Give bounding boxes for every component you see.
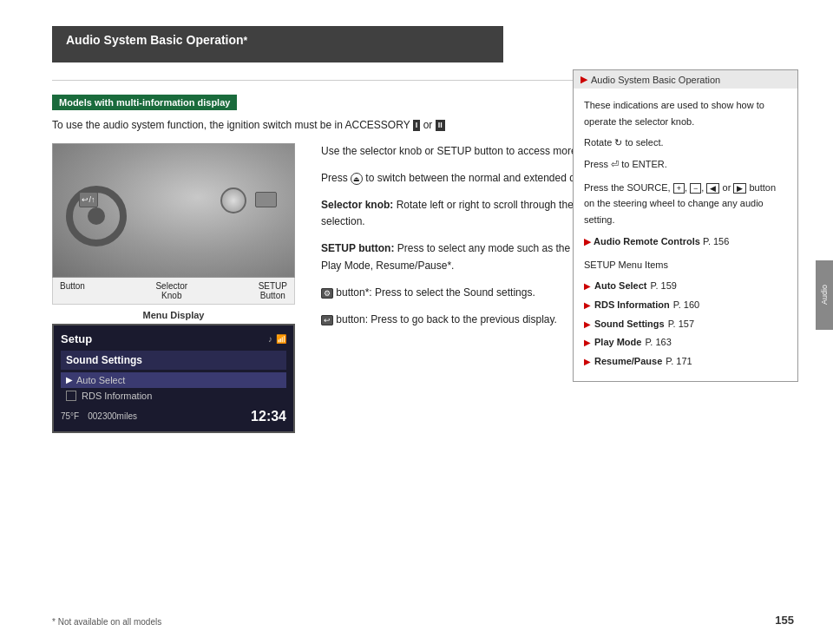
rotate-icon: ↻: [614, 137, 622, 148]
side-tab: Audio: [816, 260, 833, 330]
info-box-header: ▶ Audio System Basic Operation: [574, 70, 797, 89]
miles-display: 002300miles: [88, 411, 137, 421]
info-box-body: These indications are used to show how t…: [574, 89, 797, 381]
disc-icon: ▶: [580, 74, 587, 85]
menu-display-box: Setup ♪ 📶 Sound Settings ▶ Auto Select R…: [52, 324, 295, 433]
setup-item-4: ▶ Play Mode P. 163: [584, 334, 787, 351]
back-icon-inline: ↩: [321, 315, 333, 325]
resume-pause-page: P. 171: [666, 353, 692, 370]
info-box-title: Audio System Basic Operation: [591, 75, 720, 85]
setup-item-5: ▶ Resume/Pause P. 171: [584, 353, 787, 370]
audio-remote-page: P. 156: [703, 236, 729, 246]
menu-display-label: Menu Display: [52, 310, 295, 320]
press-icon-1: ⏏: [351, 173, 363, 185]
side-tab-text: Audio: [820, 285, 829, 305]
menu-icon-audio: ♪: [268, 334, 272, 344]
enter-icon: ⏎: [611, 159, 619, 169]
auto-select-text: Auto Select: [594, 278, 647, 294]
setup-menu-items: SETUP Menu Items ▶ Auto Select P. 159 ▶ …: [584, 257, 787, 370]
disc-4: ▶: [584, 298, 591, 312]
intro-text-part1: To use the audio system function, the ig…: [52, 119, 410, 131]
setup-item-2: ▶ RDS Information P. 160: [584, 297, 787, 313]
disc-6: ▶: [584, 335, 591, 350]
setup-item-3: ▶ Sound Settings P. 157: [584, 316, 787, 332]
intro-text-or: or: [423, 119, 433, 131]
menu-setup-title: Setup: [61, 332, 92, 345]
disc-icon-2: ▶: [584, 236, 591, 246]
page-container: Audio System Basic Operation* Models wit…: [0, 0, 833, 644]
play-mode-text: Play Mode: [594, 334, 641, 351]
play-icon: ▶: [66, 375, 73, 384]
selector-knob-visual: [220, 187, 246, 214]
image-labels: Button Selector Knob SETUP Button: [52, 278, 295, 305]
menu-icon-signal: 📶: [276, 334, 286, 344]
menu-footer: 75°F 002300miles 12:34: [61, 409, 286, 424]
button-label: Button: [60, 281, 85, 300]
menu-sound-settings: Sound Settings: [61, 351, 286, 370]
sound-settings-text: Sound Settings: [594, 316, 665, 332]
audio-remote-label: Audio Remote Controls: [594, 236, 700, 246]
menu-header: Setup ♪ 📶: [61, 332, 286, 345]
info-body-press: Press ⏎ to ENTER.: [584, 156, 787, 173]
setup-button-visual: [255, 192, 277, 207]
menu-rds-info: RDS Information: [61, 388, 286, 404]
temperature-display: 75°F: [61, 411, 79, 421]
rds-text: RDS Information: [594, 297, 670, 313]
icon-on: II: [436, 120, 445, 132]
disc-7: ▶: [584, 354, 591, 369]
setup-menu-label: SETUP Menu Items: [584, 257, 787, 273]
title-bar: Audio System Basic Operation*: [52, 26, 503, 62]
setup-button-heading: SETUP button:: [321, 242, 394, 254]
info-audio-remote: ▶ Audio Remote Controls P. 156: [584, 233, 787, 250]
time-display: 12:34: [251, 409, 286, 424]
car-audio-image: ↩/↑: [52, 143, 295, 278]
left-col: ↩/↑ Button Selector Knob SETUP Button: [52, 143, 295, 433]
setup-icon-inline: ⚙: [321, 288, 333, 299]
back-button-visual: ↩/↑: [79, 192, 98, 207]
icon-accessory: I: [413, 120, 421, 132]
sound-settings-page: P. 157: [668, 316, 694, 332]
setup-item-1: ▶ Auto Select P. 159: [584, 278, 787, 294]
rds-info-label: RDS Information: [82, 391, 152, 401]
models-badge: Models with multi-information display: [52, 95, 237, 110]
info-body-source: Press the SOURCE, +, −, ◀ or ▶ button on…: [584, 180, 787, 228]
info-body-para1: These indications are used to show how t…: [584, 97, 787, 129]
title-asterisk: *: [244, 35, 248, 47]
selector-knob-heading: Selector knob:: [321, 199, 393, 211]
play-mode-page: P. 163: [645, 334, 671, 351]
disc-3: ▶: [584, 279, 591, 293]
selector-label: Selector Knob: [155, 281, 187, 300]
info-box: ▶ Audio System Basic Operation These ind…: [573, 69, 798, 382]
rds-page: P. 160: [673, 297, 699, 313]
rds-checkbox: [66, 391, 76, 401]
auto-select-label: Auto Select: [76, 375, 125, 385]
info-body-rotate: Rotate ↻ to select.: [584, 135, 787, 151]
footer-note: * Not available on all models: [52, 617, 161, 627]
resume-pause-text: Resume/Pause: [594, 353, 662, 370]
disc-5: ▶: [584, 317, 591, 332]
menu-icons: ♪ 📶: [268, 334, 286, 344]
page-number: 155: [775, 614, 794, 627]
page-title: Audio System Basic Operation: [66, 33, 244, 47]
menu-auto-select: ▶ Auto Select: [61, 372, 286, 388]
auto-select-page: P. 159: [651, 278, 677, 294]
setup-label: SETUP Button: [259, 281, 287, 300]
